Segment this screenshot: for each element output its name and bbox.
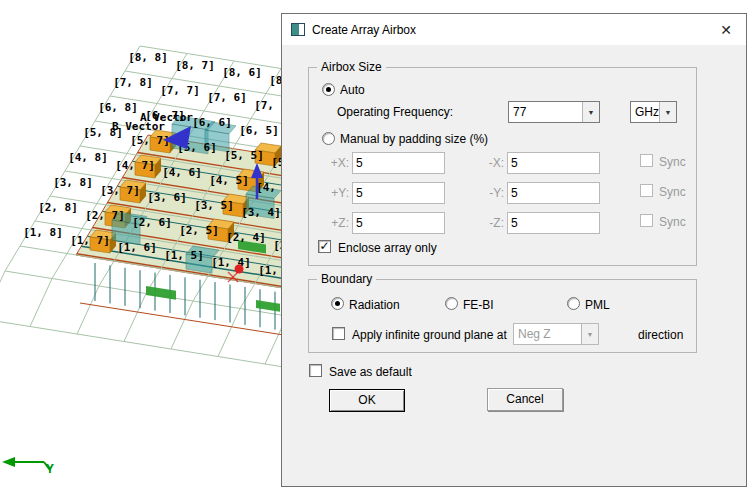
manual-padding-label: Manual by padding size (%) bbox=[340, 132, 488, 146]
frequency-unit-combo[interactable]: GHz ▼ bbox=[630, 101, 677, 123]
frequency-value: 77 bbox=[509, 102, 582, 122]
cell-label: [8, 7] bbox=[175, 59, 215, 72]
cell-label: [4, 5] bbox=[209, 174, 249, 187]
cell-label: [8, 8] bbox=[128, 51, 168, 64]
pos-y-field[interactable] bbox=[352, 182, 445, 204]
dialog-titlebar[interactable]: Create Array Airbox ✕ bbox=[282, 14, 746, 45]
cell-label: [3, 8] bbox=[53, 176, 93, 189]
sync-y-checkbox[interactable] bbox=[640, 184, 653, 197]
cell-label: [2, 6] bbox=[132, 216, 172, 229]
save-as-default-checkbox[interactable] bbox=[309, 364, 322, 377]
b-vector-label: B Vector bbox=[112, 120, 165, 133]
cell-label: [7, 6] bbox=[207, 91, 247, 104]
ground-plane-direction-combo[interactable]: Neg Z ▼ bbox=[513, 323, 599, 345]
febi-radio[interactable] bbox=[445, 297, 458, 310]
pml-label: PML bbox=[585, 298, 610, 312]
cell-label: [2, 8] bbox=[38, 201, 78, 214]
cell-label: [3, 6] bbox=[147, 191, 187, 204]
pos-x-field[interactable] bbox=[352, 152, 445, 174]
origin-point bbox=[235, 265, 244, 274]
infinite-ground-plane-label: Apply infinite ground plane at bbox=[352, 328, 507, 342]
febi-label: FE-BI bbox=[463, 298, 494, 312]
ground-plane-direction-value: Neg Z bbox=[514, 324, 581, 344]
pos-y-label: +Y: bbox=[318, 186, 349, 200]
cell-label: [4, 8] bbox=[68, 151, 108, 164]
screen: [8, 8][8, 7][8, 6][8, 5][8, 4][8, 3][7, … bbox=[0, 0, 751, 491]
boundary-legend: Boundary bbox=[317, 272, 376, 286]
direction-label: direction bbox=[638, 328, 683, 342]
boundary-group: Boundary Radiation FE-BI PML Apply infin… bbox=[308, 279, 697, 353]
neg-y-label: -Y: bbox=[473, 186, 504, 200]
sync-z-label: Sync bbox=[659, 215, 686, 229]
save-as-default-label: Save as default bbox=[329, 365, 412, 379]
sync-x-label: Sync bbox=[659, 155, 686, 169]
enclose-array-checkbox[interactable]: ✓ bbox=[318, 240, 331, 253]
cell-label: [1, 8] bbox=[23, 226, 63, 239]
cell-label: [4, 7] bbox=[115, 159, 155, 172]
pml-radio[interactable] bbox=[567, 297, 580, 310]
cell-label: [7, 8] bbox=[113, 76, 153, 89]
pos-z-field[interactable] bbox=[352, 212, 445, 234]
auto-radio[interactable] bbox=[322, 83, 335, 96]
sync-x-checkbox[interactable] bbox=[640, 154, 653, 167]
cell-label: [1, 5] bbox=[164, 249, 204, 262]
frequency-combo[interactable]: 77 ▼ bbox=[508, 101, 600, 123]
cell-label: [4, 6] bbox=[162, 166, 202, 179]
cell-label: [8, 6] bbox=[222, 66, 262, 79]
neg-z-label: -Z: bbox=[473, 216, 504, 230]
cell-label: [6, 8] bbox=[98, 101, 138, 114]
ok-button[interactable]: OK bbox=[329, 389, 405, 412]
infinite-ground-plane-checkbox[interactable] bbox=[332, 327, 345, 340]
cell-label: [2, 5] bbox=[179, 224, 219, 237]
cell-label: [6, 6] bbox=[192, 116, 232, 129]
dialog-app-icon bbox=[291, 23, 305, 36]
operating-frequency-label: Operating Frequency: bbox=[337, 105, 453, 119]
pos-z-label: +Z: bbox=[318, 216, 349, 230]
cell-label: [6, 5] bbox=[239, 124, 279, 137]
y-axis-label: Y bbox=[46, 461, 54, 476]
cell-label: [3, 7] bbox=[100, 184, 140, 197]
cell-label: [2, 7] bbox=[85, 209, 125, 222]
neg-x-label: -X: bbox=[473, 156, 504, 170]
cell-label: [2, 4] bbox=[226, 231, 266, 244]
enclose-array-label: Enclose array only bbox=[338, 241, 437, 255]
direction-dropdown-icon: ▼ bbox=[581, 324, 598, 344]
sync-y-label: Sync bbox=[659, 185, 686, 199]
neg-y-field[interactable] bbox=[507, 182, 600, 204]
cancel-button[interactable]: Cancel bbox=[487, 388, 563, 411]
close-icon[interactable]: ✕ bbox=[715, 19, 737, 41]
frequency-unit-value: GHz bbox=[631, 102, 659, 122]
neg-x-field[interactable] bbox=[507, 152, 600, 174]
manual-padding-radio[interactable] bbox=[322, 132, 335, 145]
cell-label: [7, 7] bbox=[160, 84, 200, 97]
cell-label: [3, 4] bbox=[241, 206, 281, 219]
cell-label: [1, 7] bbox=[70, 234, 110, 247]
cell-label: [3, 5] bbox=[194, 199, 234, 212]
radiation-label: Radiation bbox=[349, 298, 400, 312]
airbox-size-legend: Airbox Size bbox=[317, 60, 386, 74]
airbox-size-group: Airbox Size Auto Operating Frequency: 77… bbox=[308, 67, 697, 266]
dialog-title: Create Array Airbox bbox=[312, 23, 416, 37]
sync-z-checkbox[interactable] bbox=[640, 214, 653, 227]
create-array-airbox-dialog: Create Array Airbox ✕ Airbox Size Auto O… bbox=[281, 13, 747, 487]
radiation-radio[interactable] bbox=[331, 297, 344, 310]
cell-label: [1, 4] bbox=[211, 256, 251, 269]
auto-label: Auto bbox=[340, 83, 365, 97]
neg-z-field[interactable] bbox=[507, 212, 600, 234]
cell-label: [1, 6] bbox=[117, 241, 157, 254]
pos-x-label: +X: bbox=[318, 156, 349, 170]
unit-dropdown-icon[interactable]: ▼ bbox=[659, 102, 676, 122]
frequency-dropdown-icon[interactable]: ▼ bbox=[582, 102, 599, 122]
cell-label: [5, 5] bbox=[224, 149, 264, 162]
